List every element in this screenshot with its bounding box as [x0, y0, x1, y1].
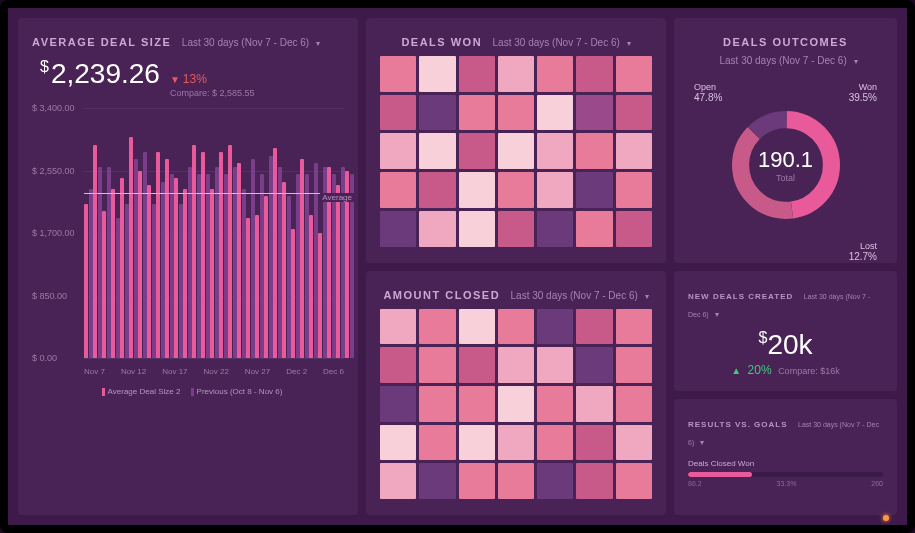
prog-val-1: 86.2	[688, 480, 702, 487]
amount-closed-card: AMOUNT CLOSED Last 30 days (Nov 7 - Dec …	[366, 271, 666, 516]
deals-won-period[interactable]: Last 30 days (Nov 7 - Dec 6) ▾	[493, 37, 631, 48]
x-axis: Nov 7Nov 12Nov 17Nov 22Nov 27Dec 2Dec 6	[84, 367, 344, 376]
avg-value-num: 2,239.26	[51, 58, 160, 89]
new-deals-value: $20k	[688, 329, 883, 361]
new-deals-title: NEW DEALS CREATED	[688, 292, 793, 301]
chevron-down-icon: ▾	[627, 39, 631, 48]
legend-current-text: Average Deal Size 2	[108, 387, 181, 396]
prog-max-1: 260	[871, 480, 883, 487]
avg-compare: Compare: $ 2,585.55	[170, 88, 255, 98]
chevron-down-icon: ▾	[316, 39, 320, 48]
power-led-icon	[883, 515, 889, 521]
avg-line-label: Average	[320, 193, 354, 202]
donut-center: 190.1 Total	[758, 147, 813, 183]
new-deals-num: 20k	[767, 329, 812, 360]
deals-won-heatmap	[380, 56, 652, 247]
donut-total-value: 190.1	[758, 147, 813, 173]
y-axis: $ 3,400.00$ 2,550.00$ 1,700.00$ 850.00$ …	[32, 108, 82, 358]
new-deals-delta: ▲ 20%	[731, 363, 771, 377]
outcomes-title: DEALS OUTCOMES	[723, 36, 848, 48]
new-deals-compare: Compare: $16k	[778, 366, 840, 376]
label-lost-name: Lost	[860, 241, 877, 251]
new-deals-delta-pct: 20%	[748, 363, 772, 377]
label-lost-pct: 12.7%	[849, 251, 877, 262]
avg-bar-chart: $ 3,400.00$ 2,550.00$ 1,700.00$ 850.00$ …	[32, 108, 344, 398]
bar-plot-area	[84, 108, 344, 358]
chevron-down-icon: ▾	[854, 57, 858, 66]
donut-label-lost: Lost 12.7%	[849, 241, 877, 262]
amount-closed-heatmap	[380, 309, 652, 500]
prog-bar-1	[688, 472, 883, 477]
outcomes-card: DEALS OUTCOMES Last 30 days (Nov 7 - Dec…	[674, 18, 897, 263]
prog-scale-1: 86.2 33.3% 260	[688, 480, 883, 487]
new-deals-card: NEW DEALS CREATED Last 30 days (Nov 7 - …	[674, 271, 897, 391]
bar-legend: Average Deal Size 2 Previous (Oct 8 - No…	[32, 387, 344, 396]
avg-period[interactable]: Last 30 days (Nov 7 - Dec 6) ▾	[182, 37, 320, 48]
donut-label-won: Won 39.5%	[849, 82, 877, 103]
dashboard-grid: AVERAGE DEAL SIZE Last 30 days (Nov 7 - …	[8, 8, 907, 525]
chevron-down-icon: ▾	[645, 292, 649, 301]
amount-closed-title: AMOUNT CLOSED	[383, 289, 500, 301]
deals-won-period-text: Last 30 days (Nov 7 - Dec 6)	[493, 37, 620, 48]
avg-delta: ▼13%	[170, 72, 255, 86]
arrow-down-icon: ▼	[170, 74, 180, 85]
arrow-up-icon: ▲	[731, 365, 741, 376]
avg-period-text: Last 30 days (Nov 7 - Dec 6)	[182, 37, 309, 48]
results-goals-card: RESULTS VS. GOALS Last 30 days (Nov 7 - …	[674, 399, 897, 516]
label-open-name: Open	[694, 82, 716, 92]
label-won-pct: 39.5%	[849, 92, 877, 103]
right-bottom-stack: NEW DEALS CREATED Last 30 days (Nov 7 - …	[674, 271, 897, 516]
prog-fill-1	[688, 472, 752, 477]
chevron-down-icon: ▾	[700, 438, 704, 447]
outcomes-period-text: Last 30 days (Nov 7 - Dec 6)	[719, 55, 846, 66]
amount-closed-period-text: Last 30 days (Nov 7 - Dec 6)	[511, 290, 638, 301]
avg-delta-pct: 13%	[183, 72, 207, 86]
average-line: Average	[84, 193, 344, 194]
new-deals-delta-row: ▲ 20% Compare: $16k	[688, 363, 883, 377]
donut-chart: 190.1 Total Open 47.8% Won 39.5% Lost 12…	[688, 74, 883, 263]
deals-won-card: DEALS WON Last 30 days (Nov 7 - Dec 6) ▾	[366, 18, 666, 263]
donut-label-open: Open 47.8%	[694, 82, 722, 103]
dashboard-frame: AVERAGE DEAL SIZE Last 30 days (Nov 7 - …	[0, 0, 915, 533]
avg-title: AVERAGE DEAL SIZE	[32, 36, 171, 48]
label-open-pct: 47.8%	[694, 92, 722, 103]
outcomes-period[interactable]: Last 30 days (Nov 7 - Dec 6) ▾	[719, 55, 857, 66]
legend-prev-text: Previous (Oct 8 - Nov 6)	[197, 387, 283, 396]
avg-value: $2,239.26	[40, 58, 160, 90]
legend-swatch-current	[102, 388, 105, 396]
amount-closed-period[interactable]: Last 30 days (Nov 7 - Dec 6) ▾	[511, 290, 649, 301]
legend-swatch-prev	[191, 388, 194, 396]
donut-total-label: Total	[758, 173, 813, 183]
deals-won-title: DEALS WON	[401, 36, 482, 48]
prog-mid-1: 33.3%	[777, 480, 797, 487]
avg-deal-size-card: AVERAGE DEAL SIZE Last 30 days (Nov 7 - …	[18, 18, 358, 515]
results-title: RESULTS VS. GOALS	[688, 420, 788, 429]
label-won-name: Won	[859, 82, 877, 92]
currency-symbol: $	[40, 58, 49, 75]
chevron-down-icon: ▾	[715, 310, 719, 319]
prog-label-1: Deals Closed Won	[688, 459, 883, 468]
